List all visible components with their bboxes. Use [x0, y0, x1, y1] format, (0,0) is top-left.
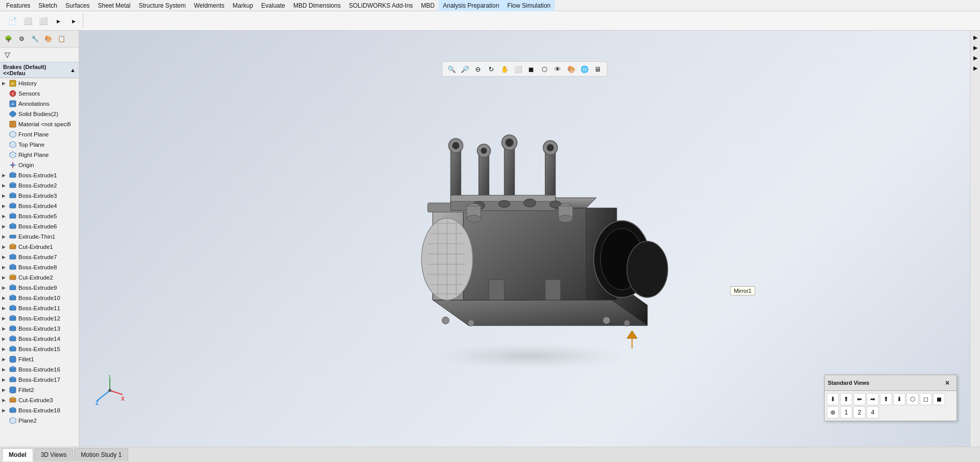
config-manager-icon[interactable]: 🔧 — [29, 33, 41, 45]
menu-item-mbd[interactable]: MBD — [417, 0, 439, 11]
menu-item-analysis-prep[interactable]: Analysis Preparation — [439, 0, 503, 11]
sv-close-button[interactable]: × — [941, 377, 953, 389]
sv-four-view[interactable]: 4 — [867, 406, 879, 419]
tree-item-fillet2[interactable]: ▶Fillet2 — [0, 385, 79, 395]
appearance-icon[interactable]: 🎨 — [42, 33, 54, 45]
scene[interactable]: 🌐 — [578, 63, 591, 75]
right-tab-4[interactable]: ▶ — [971, 63, 980, 73]
tree-item-boss-extrude6[interactable]: ▶Boss-Extrude6 — [0, 221, 79, 232]
tree-item-cut-extrude3[interactable]: ▶Cut-Extrude3 — [0, 395, 79, 405]
hide-show[interactable]: 👁 — [552, 63, 564, 75]
viewport-3d[interactable]: 🔍 🔎 ⊖ ↻ ✋ ⬜ ◼ ⬡ 👁 🎨 🌐 🖥 — [79, 31, 970, 447]
menu-item-flow-simulation[interactable]: Flow Simulation — [503, 0, 555, 11]
menu-item-weldments[interactable]: Weldments — [190, 0, 228, 11]
new-button[interactable]: 📄 — [5, 14, 19, 28]
menu-item-sw-addins[interactable]: SOLIDWORKS Add-Ins — [345, 0, 417, 11]
tree-item-boss-extrude17[interactable]: ▶Boss-Extrude17 — [0, 375, 79, 385]
zoom-to-fit[interactable]: 🔍 — [446, 63, 458, 75]
svg-rect-48 — [11, 315, 14, 317]
zoom-out[interactable]: ⊖ — [472, 63, 484, 75]
feature-manager-icon[interactable]: 🌳 — [2, 33, 14, 45]
sv-normal[interactable]: ⊕ — [827, 406, 839, 419]
sv-two-view[interactable]: 2 — [853, 406, 866, 419]
tree-item-right-plane[interactable]: Right Plane — [0, 150, 79, 160]
custom-props-icon[interactable]: 📋 — [55, 33, 67, 45]
tree-item-plane2[interactable]: Plane2 — [0, 415, 79, 426]
tree-item-boss-extrude16[interactable]: ▶Boss-Extrude16 — [0, 364, 79, 375]
tree-item-boss-extrude15[interactable]: ▶Boss-Extrude15 — [0, 344, 79, 354]
tool3[interactable]: ⬜ — [36, 14, 50, 28]
zoom-in[interactable]: 🔎 — [459, 63, 471, 75]
tree-item-boss-extrude9[interactable]: ▶Boss-Extrude9 — [0, 283, 79, 293]
rotate[interactable]: ↻ — [485, 63, 498, 75]
tree-item-boss-extrude7[interactable]: ▶Boss-Extrude7 — [0, 252, 79, 262]
tree-label-material: Material <not specifi — [18, 121, 71, 127]
tree-item-sensors[interactable]: SSensors — [0, 88, 79, 99]
right-tab-3[interactable]: ▶ — [971, 53, 980, 62]
sv-trimetric[interactable]: ◼ — [933, 393, 945, 405]
smart-button[interactable]: ⬜ — [20, 14, 35, 28]
tree-item-boss-extrude4[interactable]: ▶Boss-Extrude4 — [0, 201, 79, 211]
tree-item-extrude-thin1[interactable]: ▶Extrude-Thin1 — [0, 232, 79, 242]
tree-item-boss-extrude3[interactable]: ▶Boss-Extrude3 — [0, 191, 79, 201]
pan[interactable]: ✋ — [499, 63, 511, 75]
bottom-tab-3d-views[interactable]: 3D Views — [34, 448, 73, 461]
svg-point-115 — [558, 215, 573, 222]
menu-item-evaluate[interactable]: Evaluate — [257, 0, 289, 11]
sv-right[interactable]: ➡ — [867, 393, 879, 405]
tree-item-cut-extrude2[interactable]: ▶Cut-Extrude2 — [0, 272, 79, 283]
tree-item-boss-extrude5[interactable]: ▶Boss-Extrude5 — [0, 211, 79, 221]
tree-item-boss-extrude8[interactable]: ▶Boss-Extrude8 — [0, 262, 79, 272]
expand-arrow-boss-extrude17: ▶ — [2, 377, 7, 382]
tree-item-boss-extrude18[interactable]: ▶Boss-Extrude18 — [0, 405, 79, 415]
menu-item-surfaces[interactable]: Surfaces — [61, 0, 94, 11]
bottom-tab-motion-study-1[interactable]: Motion Study 1 — [74, 448, 128, 461]
sv-dimetric[interactable]: ◻ — [920, 393, 932, 405]
tree-item-history[interactable]: ▶HHistory — [0, 78, 79, 88]
sv-bottom[interactable]: ⬇ — [893, 393, 905, 405]
right-tab-1[interactable]: ▶ — [971, 33, 980, 42]
panel-icon-row: 🌳 ⚙ 🔧 🎨 📋 — [0, 31, 79, 48]
menu-item-sheet-metal[interactable]: Sheet Metal — [94, 0, 134, 11]
feature-tree[interactable]: ▶HHistorySSensorsAAnnotationsSolid Bodie… — [0, 78, 79, 447]
tree-item-material[interactable]: Material <not specifi — [0, 119, 79, 129]
tree-item-boss-extrude10[interactable]: ▶Boss-Extrude10 — [0, 293, 79, 303]
tree-item-top-plane[interactable]: Top Plane — [0, 140, 79, 150]
tree-item-solid-bodies[interactable]: Solid Bodies(2) — [0, 109, 79, 119]
tree-item-boss-extrude1[interactable]: ▶Boss-Extrude1 — [0, 170, 79, 180]
menu-item-sketch[interactable]: Sketch — [34, 0, 61, 11]
menu-item-structure-system[interactable]: Structure System — [134, 0, 190, 11]
tree-item-front-plane[interactable]: Front Plane — [0, 129, 79, 140]
tree-item-boss-extrude13[interactable]: ▶Boss-Extrude13 — [0, 324, 79, 334]
display-style[interactable]: ◼ — [525, 63, 538, 75]
view-orient[interactable]: ⬡ — [539, 63, 551, 75]
filter-icon[interactable]: ▽ — [2, 50, 12, 60]
display-pane[interactable]: 🖥 — [592, 63, 604, 75]
tree-label-boss-extrude9: Boss-Extrude9 — [18, 285, 57, 291]
sv-front[interactable]: ⬇ — [827, 393, 839, 405]
section-view[interactable]: ⬜ — [512, 63, 524, 75]
sv-top[interactable]: ⬆ — [880, 393, 892, 405]
tree-item-boss-extrude12[interactable]: ▶Boss-Extrude12 — [0, 313, 79, 324]
property-manager-icon[interactable]: ⚙ — [15, 33, 28, 45]
menu-item-features[interactable]: Features — [2, 0, 34, 11]
bottom-tab-model[interactable]: Model — [2, 448, 33, 461]
menu-item-markup[interactable]: Markup — [228, 0, 257, 11]
tool5[interactable]: ▸ — [66, 14, 81, 28]
tree-item-boss-extrude2[interactable]: ▶Boss-Extrude2 — [0, 180, 79, 191]
svg-point-107 — [499, 200, 510, 207]
tree-item-origin[interactable]: Origin — [0, 160, 79, 170]
appearance-btn[interactable]: 🎨 — [565, 63, 577, 75]
sv-single[interactable]: 1 — [840, 406, 852, 419]
tree-item-annotations[interactable]: AAnnotations — [0, 99, 79, 109]
right-tab-2[interactable]: ▶ — [971, 43, 980, 52]
sv-iso[interactable]: ⬡ — [906, 393, 919, 405]
sv-left[interactable]: ⬅ — [853, 393, 866, 405]
tree-item-boss-extrude14[interactable]: ▶Boss-Extrude14 — [0, 334, 79, 344]
menu-item-mbd-dimensions[interactable]: MBD Dimensions — [289, 0, 345, 11]
tool4[interactable]: ▸ — [51, 14, 65, 28]
tree-item-cut-extrude1[interactable]: ▶Cut-Extrude1 — [0, 242, 79, 252]
tree-item-boss-extrude11[interactable]: ▶Boss-Extrude11 — [0, 303, 79, 313]
tree-item-fillet1[interactable]: ▶Fillet1 — [0, 354, 79, 364]
sv-back[interactable]: ⬆ — [840, 393, 852, 405]
